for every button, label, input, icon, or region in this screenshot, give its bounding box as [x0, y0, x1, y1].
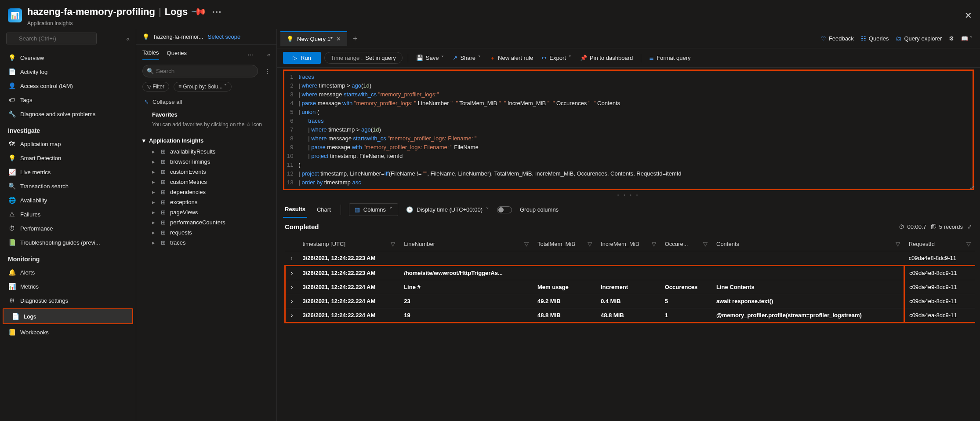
group-columns-toggle[interactable]: [497, 206, 512, 213]
column-header[interactable]: TotalMem_MiB▽: [533, 237, 596, 251]
chevron-expand-icon[interactable]: ⤢: [967, 223, 972, 230]
pin-button[interactable]: 📌Pin to dashboard: [577, 53, 635, 63]
column-header[interactable]: RequestId▽: [904, 237, 975, 251]
expand-row-icon[interactable]: ›: [285, 294, 298, 308]
table-item[interactable]: ▸⊞availabilityResults: [136, 146, 276, 157]
time-range-pill[interactable]: Time range : Set in query: [324, 52, 403, 64]
share-button[interactable]: ↗Share˅: [450, 53, 483, 63]
table-item[interactable]: ▸⊞customMetrics: [136, 177, 276, 187]
sidebar-item[interactable]: 📈Live metrics: [0, 165, 136, 179]
tab-close-icon[interactable]: ✕: [336, 36, 341, 42]
sidebar-item[interactable]: 📄Activity log: [0, 65, 136, 79]
sidebar-item[interactable]: 🔔Alerts: [0, 265, 136, 279]
filter-icon[interactable]: ▽: [966, 241, 971, 247]
filter-icon[interactable]: ▽: [652, 241, 656, 247]
sidebar-item[interactable]: 🏷Tags: [0, 93, 136, 107]
select-scope-link[interactable]: Select scope: [208, 33, 240, 40]
sidebar-search-input[interactable]: [6, 33, 97, 44]
save-button[interactable]: 💾Save˅: [414, 53, 447, 63]
expand-row-icon[interactable]: ›: [285, 280, 298, 294]
tab-tables[interactable]: Tables: [142, 49, 159, 60]
table-item[interactable]: ▸⊞traces: [136, 238, 276, 248]
filter-icon[interactable]: ▽: [896, 241, 900, 247]
sidebar-item[interactable]: 🌐Availability: [0, 193, 136, 207]
expand-row-icon[interactable]: ›: [285, 251, 298, 266]
format-button[interactable]: ≣Format query: [646, 53, 693, 63]
filter-icon[interactable]: ▽: [588, 241, 592, 247]
table-item[interactable]: ▸⊞dependencies: [136, 187, 276, 197]
search-more-icon[interactable]: ⋮: [265, 68, 270, 74]
display-time-button[interactable]: 🕒Display time (UTC+00:00)˅: [406, 206, 489, 213]
queries-link[interactable]: ☷Queries: [857, 33, 893, 44]
sidebar-item[interactable]: 📒Workbooks: [0, 325, 136, 339]
table-icon: ⊞: [161, 229, 166, 236]
filter-icon[interactable]: ▽: [703, 241, 708, 247]
sidebar-collapse-icon[interactable]: «: [126, 35, 130, 42]
columns-button[interactable]: ▥Columns˅: [349, 203, 398, 216]
pin-icon[interactable]: 📌: [191, 4, 207, 19]
more-icon[interactable]: ⋯: [210, 4, 223, 19]
sidebar-item[interactable]: 📗Troubleshooting guides (previ...: [0, 235, 136, 249]
collapse-all-link[interactable]: ⤡ Collapse all: [136, 94, 276, 110]
column-header[interactable]: Contents▽: [712, 237, 904, 251]
table-row[interactable]: ›3/26/2021, 12:24:22.223 AM/home/site/ww…: [285, 266, 976, 280]
tab-more-icon[interactable]: ⋯: [247, 51, 253, 58]
tree-group-app-insights[interactable]: ▾ Application Insights: [136, 135, 276, 146]
tables-search-input[interactable]: [142, 65, 258, 77]
filter-icon[interactable]: ▽: [524, 241, 529, 247]
table-item[interactable]: ▸⊞pageViews: [136, 207, 276, 217]
settings-icon[interactable]: ⚙: [945, 33, 958, 44]
filter-icon[interactable]: ▽: [391, 241, 395, 247]
new-alert-button[interactable]: ＋New alert rule: [487, 52, 536, 64]
table-row[interactable]: ›3/26/2021, 12:24:22.224 AMLine #Mem usa…: [285, 280, 976, 294]
sidebar-item[interactable]: 🔍Transaction search: [0, 179, 136, 193]
sidebar-item[interactable]: 👤Access control (IAM): [0, 79, 136, 93]
add-tab-button[interactable]: ＋: [349, 34, 361, 43]
table-row[interactable]: ›3/26/2021, 12:24:22.224 AM2349.2 MiB0.4…: [285, 294, 976, 308]
tab-results[interactable]: Results: [283, 201, 307, 218]
table-item[interactable]: ▸⊞browserTimings: [136, 157, 276, 167]
tab-queries[interactable]: Queries: [167, 50, 187, 60]
query-explorer-link[interactable]: 🗂Query explorer: [892, 33, 945, 44]
table-row[interactable]: ›3/26/2021, 12:24:22.223 AMc09da4e8-8dc9…: [285, 251, 976, 266]
query-editor[interactable]: 12345678910111213 traces| where timestam…: [285, 72, 972, 188]
filter-pill[interactable]: ▽ Filter: [142, 82, 169, 92]
feedback-link[interactable]: ♡Feedback: [817, 33, 857, 44]
expand-row-icon[interactable]: ›: [285, 266, 298, 280]
bulb-icon: 💡: [287, 36, 294, 42]
sidebar-item[interactable]: ⚙Diagnostic settings: [0, 293, 136, 308]
export-button[interactable]: ↦Export˅: [539, 53, 574, 63]
sidebar-item[interactable]: 📊Metrics: [0, 279, 136, 293]
tab-chart[interactable]: Chart: [315, 202, 333, 217]
query-tab[interactable]: 💡 New Query 1* ✕: [280, 31, 347, 46]
sidebar-item[interactable]: 💡Smart Detection: [0, 151, 136, 165]
nav-label: Smart Detection: [20, 155, 61, 161]
table-item[interactable]: ▸⊞performanceCounters: [136, 217, 276, 227]
run-button[interactable]: ▷Run: [283, 52, 321, 64]
nav-icon: 👤: [8, 82, 16, 90]
column-header[interactable]: Occure...▽: [661, 237, 712, 251]
table-item[interactable]: ▸⊞exceptions: [136, 197, 276, 207]
app-insights-icon: 📊: [8, 8, 22, 22]
groupby-pill[interactable]: ≡ Group by: Solu... ˅: [174, 82, 232, 92]
clock-icon: 🕒: [406, 206, 413, 213]
column-header[interactable]: LineNumber▽: [399, 237, 533, 251]
panel-collapse-icon[interactable]: «: [267, 51, 270, 58]
table-row[interactable]: ›3/26/2021, 12:24:22.224 AM1948.8 MiB48.…: [285, 308, 976, 323]
splitter-handle[interactable]: • • • •: [277, 193, 980, 198]
sidebar-item[interactable]: 🔧Diagnose and solve problems: [0, 107, 136, 121]
close-icon[interactable]: ✕: [965, 10, 972, 21]
book-icon[interactable]: 📖 ˅: [958, 33, 976, 44]
cell: 23: [399, 294, 533, 308]
sidebar-item[interactable]: 🗺Application map: [0, 137, 136, 151]
sidebar-item[interactable]: ⚠Failures: [0, 207, 136, 221]
expand-editor-icon[interactable]: ⤢: [969, 184, 975, 191]
column-header[interactable]: IncreMem_MiB▽: [596, 237, 661, 251]
expand-row-icon[interactable]: ›: [285, 308, 298, 323]
table-item[interactable]: ▸⊞requests: [136, 227, 276, 238]
sidebar-item[interactable]: ⏱Performance: [0, 221, 136, 235]
sidebar-item[interactable]: 📄Logs: [4, 309, 132, 323]
table-item[interactable]: ▸⊞customEvents: [136, 167, 276, 177]
column-header[interactable]: timestamp [UTC]▽: [298, 237, 400, 251]
sidebar-item[interactable]: 💡Overview: [0, 51, 136, 65]
